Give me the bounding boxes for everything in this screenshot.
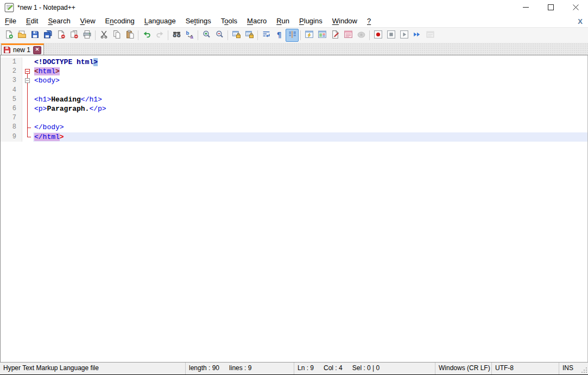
fold-marker [22,123,33,132]
document-map-icon [318,30,327,41]
macro-save-button[interactable] [423,29,437,42]
show-all-characters-icon: ¶ [275,30,284,41]
fold-marker [22,86,33,95]
code-text[interactable]: <body> [33,76,587,85]
doc-switcher-button[interactable] [328,29,342,42]
menu-search[interactable]: Search [43,15,75,27]
paste-button[interactable] [123,29,136,42]
show-all-characters-button[interactable]: ¶ [273,29,286,42]
cut-button[interactable] [97,29,110,42]
code-line[interactable]: 3<body> [1,76,587,85]
find-button[interactable] [170,29,183,42]
macro-stop-button[interactable] [384,29,397,42]
menu-macro[interactable]: Macro [242,15,271,27]
code-text[interactable]: <!DOCTYPE html> [33,58,587,67]
status-encoding[interactable]: UTF-8 [492,363,559,374]
save-file-button[interactable] [28,29,41,42]
code-text[interactable] [33,86,587,95]
sync-horizontal-button[interactable] [243,29,256,42]
fold-marker[interactable] [22,67,33,76]
status-eol-format[interactable]: Windows (CR LF) [435,363,492,374]
status-doc-type: Hyper Text Markup Language file [0,363,186,374]
code-area[interactable]: 1<!DOCTYPE html>2<html>3<body>45<h1>Head… [1,55,587,142]
close-file-button[interactable] [54,29,67,42]
code-text[interactable]: <p>Paragraph.</p> [33,104,587,113]
macro-record-button[interactable] [371,29,384,42]
replace-icon: ba [185,30,194,41]
word-wrap-button[interactable] [260,29,273,42]
code-line[interactable]: 9</html> [1,132,587,142]
zoom-out-button[interactable] [213,29,226,42]
document-list-button[interactable] [342,29,355,42]
code-line[interactable]: 4 [1,86,587,95]
menu-view[interactable]: View [75,15,100,27]
maximize-icon [548,4,554,12]
document-map-button[interactable] [315,29,328,42]
code-line[interactable]: 2<html> [1,67,587,76]
indent-guide-button[interactable] [286,29,299,42]
menu-encoding[interactable]: Encoding [100,15,140,27]
find-icon [172,30,181,41]
undo-button[interactable] [140,29,153,42]
redo-button[interactable] [153,29,166,42]
menu-settings[interactable]: Settings [181,15,216,27]
close-all-button[interactable] [67,29,80,42]
code-line[interactable]: 5<h1>Heading</h1> [1,95,587,104]
status-bar: Hyper Text Markup Language file length :… [0,362,588,374]
menu-edit[interactable]: Edit [21,15,43,27]
monitoring-icon [357,30,366,41]
sync-vertical-button[interactable] [230,29,243,42]
status-length-lines: length : 90lines : 9 [186,363,294,374]
fold-marker [22,58,33,67]
macro-play-button[interactable] [397,29,410,42]
menu-window[interactable]: Window [327,15,362,27]
macro-run-multiple-button[interactable] [410,29,423,42]
doc-switcher-icon [331,30,340,41]
status-insert-mode[interactable]: INS [559,363,580,374]
close-document-x[interactable]: X [572,17,588,26]
menu-help[interactable]: ? [362,15,376,27]
macro-stop-icon [387,30,396,41]
code-text[interactable]: <html> [33,67,587,76]
tab-new-1[interactable]: new 1✕ [1,43,44,55]
monitoring-button[interactable] [355,29,368,42]
code-line[interactable]: 1<!DOCTYPE html> [1,58,587,67]
macro-record-icon [374,30,383,41]
editor[interactable]: 1<!DOCTYPE html>2<html>3<body>45<h1>Head… [0,55,588,362]
zoom-in-button[interactable] [200,29,213,42]
minimize-button[interactable] [513,0,538,15]
menu-tools[interactable]: Tools [216,15,242,27]
menu-language[interactable]: Language [140,15,181,27]
tab-bar: new 1✕ [0,43,588,55]
code-line[interactable]: 8</body> [1,123,587,132]
function-list-button[interactable] [302,29,315,42]
tab-close-icon[interactable]: ✕ [33,46,41,54]
fold-marker[interactable] [22,76,33,85]
new-file-button[interactable] [2,29,15,42]
print-button[interactable] [80,29,93,42]
replace-button[interactable]: ba [183,29,196,42]
code-line[interactable]: 7 [1,113,587,123]
open-file-button[interactable] [15,29,28,42]
fold-marker [22,104,33,113]
line-number: 9 [1,132,22,142]
menu-run[interactable]: Run [271,15,294,27]
code-text[interactable]: </html> [33,132,587,142]
document-list-icon [344,30,353,41]
menu-plugins[interactable]: Plugins [294,15,327,27]
copy-button[interactable] [110,29,123,42]
copy-icon [112,30,122,41]
resize-grip[interactable] [580,363,588,374]
menu-file[interactable]: File [0,15,21,27]
line-number: 8 [1,123,22,132]
code-text[interactable] [33,113,587,123]
function-list-icon [305,30,314,41]
paste-icon [125,30,135,41]
close-button[interactable] [563,0,588,15]
maximize-button[interactable] [538,0,563,15]
code-text[interactable]: </body> [33,123,587,132]
toolbar-separator [198,30,198,40]
code-text[interactable]: <h1>Heading</h1> [33,95,587,104]
code-line[interactable]: 6<p>Paragraph.</p> [1,104,587,113]
save-all-button[interactable] [41,29,54,42]
